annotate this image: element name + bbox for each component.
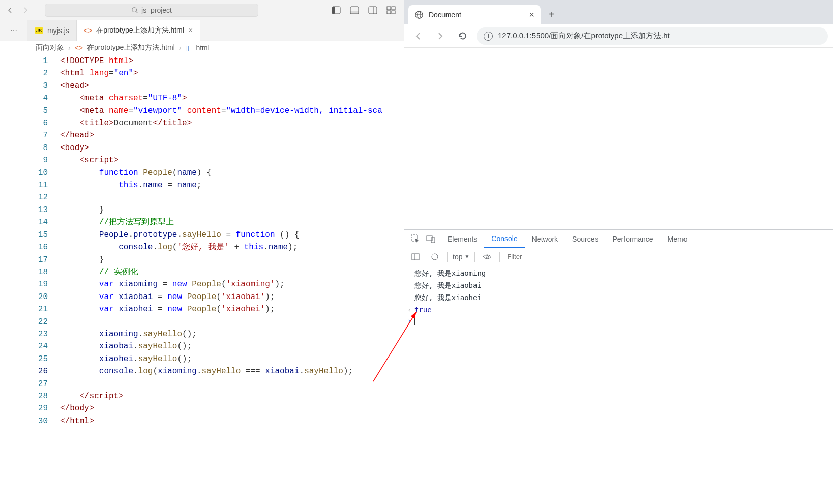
line-number-gutter: 1234567891011121314151617181920212223242… (0, 55, 60, 504)
browser-pane: Document × + i 127.0.0.1:5500/面向对象/在prot… (404, 0, 833, 504)
editor-pane: js_project ⋯ JSmyjs.js<>在prototype上添加方法.… (0, 0, 404, 504)
symbol-icon: ◫ (185, 44, 192, 52)
js-file-icon: JS (35, 27, 43, 34)
devtools-tab-elements[interactable]: Elements (440, 230, 484, 248)
chevron-right-icon: › (407, 317, 411, 325)
toggle-panel-icon[interactable] (350, 6, 359, 15)
console-result: ‹ true (404, 304, 833, 315)
code-content[interactable]: <!DOCTYPE html><html lang="en"><head> <m… (60, 55, 404, 504)
url-text: 127.0.0.1:5500/面向对象/在prototype上添加方法.ht (498, 31, 670, 41)
browser-tab[interactable]: Document × (408, 5, 541, 24)
editor-tab[interactable]: JSmyjs.js (27, 20, 77, 41)
close-tab-button[interactable]: × (188, 26, 193, 35)
search-icon (131, 7, 138, 14)
console-filter-input[interactable] (505, 252, 594, 261)
breadcrumb-segment: 在prototype上添加方法.html (87, 43, 175, 52)
devtools-tab-network[interactable]: Network (525, 230, 565, 248)
console-log-line: 您好, 我是xiaoming (404, 268, 833, 280)
console-log-line: 您好, 我是xiaobai (404, 280, 833, 292)
svg-rect-17 (412, 254, 419, 260)
svg-point-0 (132, 8, 137, 12)
arrow-left-icon (6, 6, 14, 14)
console-output[interactable]: 您好, 我是xiaoming您好, 我是xiaobai您好, 我是xiaohei… (404, 265, 833, 327)
search-placeholder: js_project (141, 6, 172, 14)
clear-console-button[interactable] (428, 253, 442, 261)
globe-icon (414, 10, 424, 19)
svg-line-20 (433, 255, 437, 259)
browser-tab-strip: Document × + (404, 0, 833, 24)
svg-rect-8 (392, 7, 395, 10)
svg-rect-16 (431, 238, 435, 243)
device-toolbar-button[interactable] (424, 234, 438, 244)
console-prompt[interactable]: › (404, 315, 833, 327)
new-tab-button[interactable]: + (544, 6, 560, 22)
html-file-icon: <> (84, 26, 92, 35)
arrow-right-icon (21, 6, 29, 14)
devtools-tab-console[interactable]: Console (484, 230, 524, 248)
devices-icon (426, 234, 435, 244)
layout-controls (332, 6, 400, 15)
console-log-line: 您好, 我是xiaohei (404, 292, 833, 304)
close-tab-button[interactable]: × (529, 10, 534, 20)
nav-back-button[interactable] (4, 4, 16, 16)
editor-tab[interactable]: <>在prototype上添加方法.html× (77, 20, 200, 41)
devtools-tabs: ElementsConsoleNetworkSourcesPerformance… (404, 230, 833, 248)
svg-rect-2 (332, 7, 335, 14)
console-toolbar: top ▼ (404, 248, 833, 265)
site-info-icon[interactable]: i (484, 32, 493, 41)
inspect-element-button[interactable] (408, 234, 423, 244)
devtools-tab-sources[interactable]: Sources (565, 230, 605, 248)
arrow-left-icon (413, 31, 423, 41)
nav-forward-button[interactable] (19, 4, 32, 16)
devtools: ElementsConsoleNetworkSourcesPerformance… (404, 229, 833, 504)
reload-icon (458, 31, 468, 41)
browser-toolbar: i 127.0.0.1:5500/面向对象/在prototype上添加方法.ht (404, 24, 833, 48)
breadcrumb-segment: html (196, 44, 209, 52)
address-bar[interactable]: i 127.0.0.1:5500/面向对象/在prototype上添加方法.ht (477, 27, 828, 45)
browser-forward-button[interactable] (432, 27, 449, 45)
clear-icon (431, 253, 439, 261)
chevron-right-icon: › (68, 44, 71, 52)
eye-icon (483, 254, 492, 260)
toggle-sidebar-icon[interactable] (332, 6, 341, 15)
svg-rect-4 (350, 11, 359, 14)
breadcrumb-segment: 面向对象 (36, 43, 64, 52)
execution-context[interactable]: top ▼ (453, 253, 469, 261)
tab-label: myjs.js (47, 26, 69, 35)
editor-tabs: ⋯ JSmyjs.js<>在prototype上添加方法.html× (0, 20, 404, 41)
chevron-down-icon: ▼ (464, 254, 469, 259)
code-editor[interactable]: 1234567891011121314151617181920212223242… (0, 55, 404, 504)
inspect-icon (411, 234, 420, 244)
svg-point-21 (486, 255, 489, 258)
browser-viewport (404, 48, 833, 229)
breadcrumb[interactable]: 面向对象 › <> 在prototype上添加方法.html › ◫ html (0, 41, 404, 55)
devtools-tab-performance[interactable]: Performance (605, 230, 660, 248)
editor-topbar: js_project (0, 0, 404, 20)
svg-rect-5 (369, 7, 377, 14)
toggle-sidebar-button[interactable] (408, 253, 423, 261)
html-file-icon: <> (75, 44, 83, 52)
sidebar-icon (411, 253, 420, 261)
chevron-right-icon: › (179, 44, 182, 52)
browser-back-button[interactable] (409, 27, 427, 45)
svg-rect-9 (387, 11, 391, 14)
command-search[interactable]: js_project (45, 4, 258, 17)
svg-rect-10 (392, 11, 395, 14)
toggle-secondary-icon[interactable] (368, 6, 377, 15)
browser-reload-button[interactable] (454, 27, 471, 45)
svg-rect-7 (387, 7, 391, 10)
arrow-right-icon (435, 31, 445, 41)
tab-more-button[interactable]: ⋯ (0, 20, 27, 41)
browser-tab-title: Document (429, 11, 461, 19)
devtools-tab-memo[interactable]: Memo (661, 230, 695, 248)
customize-layout-icon[interactable] (386, 6, 396, 15)
live-expression-button[interactable] (480, 254, 494, 260)
tab-label: 在prototype上添加方法.html (96, 26, 184, 35)
